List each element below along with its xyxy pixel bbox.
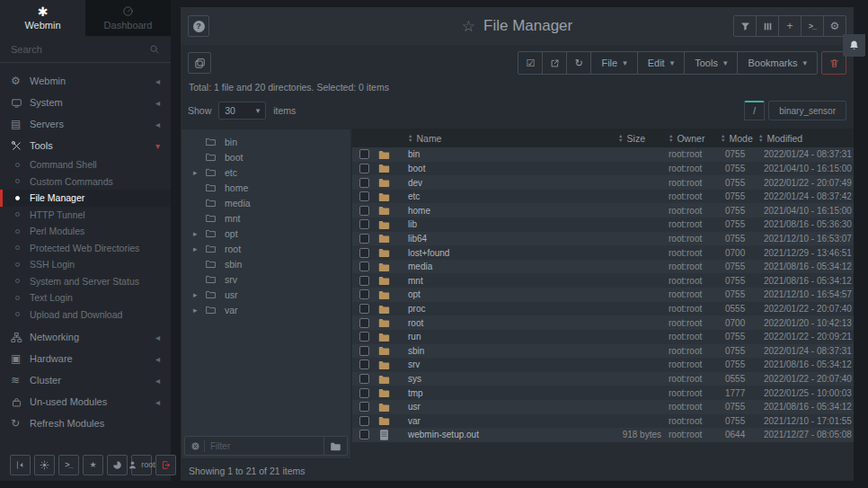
stats-button[interactable] bbox=[107, 455, 128, 475]
menu-bookmarks[interactable]: Bookmarks▾ bbox=[737, 51, 818, 75]
expand-arrow-icon[interactable]: ▸ bbox=[193, 290, 205, 299]
sidebar-item-command-shell[interactable]: Command Shell bbox=[0, 156, 171, 173]
page-size-select[interactable]: 30 ▾ bbox=[218, 102, 266, 120]
table-row[interactable]: sbin root:root 0755 2022/01/24 - 08:37:3… bbox=[352, 344, 854, 359]
table-row[interactable]: mnt root:root 0755 2021/08/16 - 05:34:12 bbox=[352, 273, 854, 288]
column-header-size[interactable]: ▲▼ Size bbox=[580, 133, 661, 144]
table-row[interactable]: bin root:root 0755 2022/01/24 - 08:37:31 bbox=[352, 147, 854, 162]
path-root-button[interactable]: / bbox=[744, 101, 765, 120]
tree-item[interactable]: ▸ opt bbox=[182, 226, 350, 241]
sidebar-item-system-and-server-status[interactable]: System and Server Status bbox=[0, 273, 171, 290]
column-header-name[interactable]: ▲▼ Name bbox=[408, 133, 580, 144]
row-checkbox[interactable] bbox=[359, 346, 369, 356]
row-checkbox[interactable] bbox=[359, 304, 369, 314]
sidebar-item-ssh-login[interactable]: SSH Login bbox=[0, 256, 171, 273]
open-export-button[interactable] bbox=[542, 51, 567, 75]
table-row[interactable]: srv root:root 0755 2021/08/16 - 05:34:12 bbox=[352, 358, 854, 372]
tree-item[interactable]: ▸ etc bbox=[182, 164, 350, 180]
sidebar-item-refresh-modules[interactable]: ↻ Refresh Modules bbox=[0, 413, 171, 434]
collapse-sidebar-button[interactable] bbox=[10, 455, 31, 475]
sidebar-item-file-manager[interactable]: File Manager bbox=[0, 190, 171, 207]
row-checkbox[interactable] bbox=[359, 262, 369, 271]
row-checkbox[interactable] bbox=[359, 248, 369, 258]
sidebar-item-text-login[interactable]: Text Login bbox=[0, 289, 171, 306]
tree-item[interactable]: ▸ boot bbox=[182, 149, 350, 164]
table-row[interactable]: usr root:root 0755 2021/08/16 - 05:34:12 bbox=[352, 400, 854, 414]
sidebar-item-perl-modules[interactable]: Perl Modules bbox=[0, 223, 171, 240]
row-checkbox[interactable] bbox=[359, 318, 369, 328]
tree-item[interactable]: ▸ mnt bbox=[182, 210, 350, 226]
expand-arrow-icon[interactable]: ▸ bbox=[193, 306, 205, 315]
table-row[interactable]: run root:root 0755 2022/01/22 - 20:09:21 bbox=[352, 330, 854, 344]
help-button[interactable]: ? bbox=[188, 15, 209, 37]
row-checkbox[interactable] bbox=[359, 402, 369, 412]
tree-item[interactable]: ▸ home bbox=[182, 180, 350, 195]
sidebar-item-hardware[interactable]: ▣ Hardware ◂ bbox=[0, 348, 171, 369]
row-checkbox[interactable] bbox=[359, 178, 369, 188]
row-checkbox[interactable] bbox=[359, 206, 369, 216]
filter-input[interactable] bbox=[204, 439, 323, 452]
column-header-mode[interactable]: ▲▼ Mode bbox=[715, 133, 749, 144]
menu-tools[interactable]: Tools▾ bbox=[684, 51, 738, 75]
sidebar-item-custom-commands[interactable]: Custom Commands bbox=[0, 173, 171, 191]
table-row[interactable]: lib64 root:root 0755 2021/12/10 - 16:53:… bbox=[352, 232, 854, 246]
row-checkbox[interactable] bbox=[359, 234, 369, 244]
favorite-star-icon[interactable]: ☆ bbox=[462, 17, 475, 36]
terminal-button[interactable]: >_ bbox=[58, 455, 79, 475]
table-row[interactable]: proc root:root 0555 2022/01/22 - 20:07:4… bbox=[352, 302, 854, 316]
sidebar-item-networking[interactable]: Networking ◂ bbox=[0, 326, 171, 348]
table-row[interactable]: lost+found root:root 0700 2021/12/29 - 1… bbox=[352, 245, 854, 260]
tree-item[interactable]: ▸ sbin bbox=[182, 256, 350, 271]
sidebar-item-upload-and-download[interactable]: Upload and Download bbox=[0, 306, 171, 324]
tree-item[interactable]: ▸ srv bbox=[182, 271, 350, 287]
tree-item[interactable]: ▸ usr bbox=[182, 287, 350, 302]
path-segment-input[interactable]: binary_sensor bbox=[768, 101, 846, 120]
sidebar-item-unused-modules[interactable]: Un-used Modules ◂ bbox=[0, 391, 171, 413]
table-row[interactable]: dev root:root 0755 2022/01/22 - 20:07:49 bbox=[352, 175, 854, 190]
sidebar-item-protected-web-directories[interactable]: Protected Web Directories bbox=[0, 240, 171, 257]
favorites-button[interactable]: ★ bbox=[83, 455, 103, 475]
sidebar-item-servers[interactable]: ▤ Servers ◂ bbox=[0, 113, 171, 135]
row-checkbox[interactable] bbox=[359, 164, 369, 173]
sidebar-item-cluster[interactable]: ≋ Cluster ◂ bbox=[0, 369, 171, 391]
table-row[interactable]: root root:root 0700 2022/01/20 - 10:42:1… bbox=[352, 315, 854, 330]
sidebar-item-http-tunnel[interactable]: HTTP Tunnel bbox=[0, 207, 171, 224]
row-checkbox[interactable] bbox=[359, 276, 369, 286]
table-row[interactable]: home root:root 0755 2021/04/10 - 16:15:0… bbox=[352, 203, 854, 217]
row-checkbox[interactable] bbox=[359, 219, 369, 229]
terminal-button[interactable]: >_ bbox=[801, 15, 824, 37]
menu-file[interactable]: File▾ bbox=[590, 51, 637, 75]
table-row[interactable]: sys root:root 0555 2022/01/22 - 20:07:40 bbox=[352, 372, 854, 386]
tree-item[interactable]: ▸ var bbox=[182, 302, 350, 317]
row-checkbox[interactable] bbox=[359, 191, 369, 201]
column-header-owner[interactable]: ▲▼ Owner bbox=[661, 133, 715, 144]
table-row[interactable]: opt root:root 0755 2021/12/10 - 16:54:57 bbox=[352, 288, 854, 302]
table-row[interactable]: boot root:root 0755 2021/04/10 - 16:15:0… bbox=[352, 162, 854, 176]
expand-arrow-icon[interactable]: ▸ bbox=[193, 229, 205, 238]
tab-dashboard[interactable]: Dashboard bbox=[85, 0, 171, 36]
columns-button[interactable] bbox=[756, 15, 779, 37]
row-checkbox[interactable] bbox=[359, 416, 369, 426]
sidebar-item-system[interactable]: System ◂ bbox=[0, 92, 171, 113]
row-checkbox[interactable] bbox=[359, 374, 369, 384]
expand-arrow-icon[interactable]: ▸ bbox=[193, 168, 205, 177]
column-header-modified[interactable]: ▲▼ Modified bbox=[749, 133, 854, 144]
add-button[interactable]: + bbox=[778, 15, 802, 37]
table-row[interactable]: lib root:root 0755 2021/08/16 - 05:36:30 bbox=[352, 217, 854, 232]
row-checkbox[interactable] bbox=[359, 149, 369, 159]
select-all-button[interactable]: ☑ bbox=[518, 51, 543, 75]
sidebar-item-webmin[interactable]: ⚙ Webmin ◂ bbox=[0, 70, 171, 92]
row-checkbox[interactable] bbox=[359, 359, 369, 369]
table-row[interactable]: webmin-setup.out 918 bytes root:root 064… bbox=[352, 428, 854, 442]
user-button[interactable]: root bbox=[131, 455, 152, 475]
tree-item[interactable]: ▸ bin bbox=[182, 134, 350, 149]
tree-item[interactable]: ▸ media bbox=[182, 195, 350, 210]
search-input[interactable] bbox=[11, 44, 149, 55]
row-checkbox[interactable] bbox=[359, 430, 369, 439]
notifications-tab[interactable] bbox=[843, 34, 865, 57]
refresh-button[interactable]: ↻ bbox=[566, 51, 591, 75]
table-row[interactable]: media root:root 0755 2021/08/16 - 05:34:… bbox=[352, 260, 854, 274]
folder-select-button[interactable] bbox=[323, 437, 347, 455]
tab-webmin[interactable]: ✱ Webmin bbox=[0, 0, 85, 36]
tree-item[interactable]: ▸ root bbox=[182, 241, 350, 256]
